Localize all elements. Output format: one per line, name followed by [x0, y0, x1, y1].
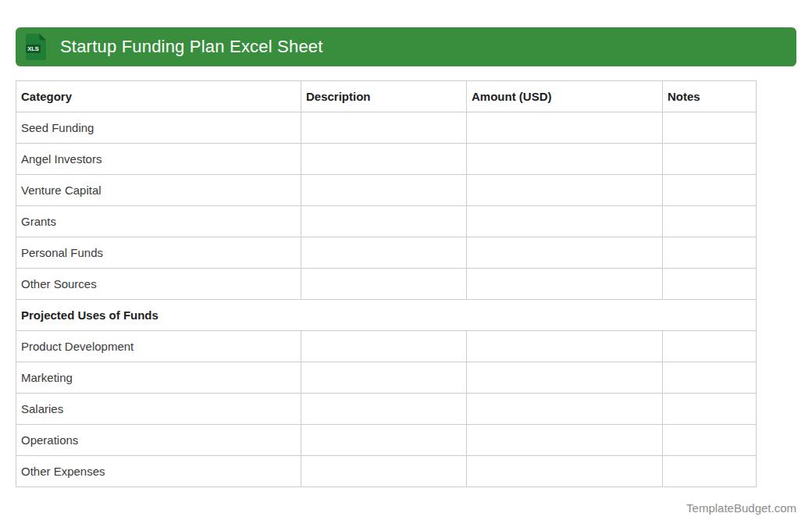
table-row: Seed Funding — [16, 112, 757, 144]
xls-file-icon: XLS — [26, 34, 47, 60]
notes-cell — [663, 331, 757, 362]
category-cell: Operations — [16, 425, 301, 456]
table-row: Angel Investors — [16, 144, 757, 175]
funding-plan-table: CategoryDescriptionAmount (USD)Notes See… — [16, 80, 757, 487]
table-row: Marketing — [16, 362, 757, 394]
category-cell: Seed Funding — [16, 112, 301, 144]
page-title: Startup Funding Plan Excel Sheet — [60, 37, 323, 57]
table-row: Salaries — [16, 394, 757, 425]
description-cell — [301, 331, 467, 362]
amount-cell — [467, 144, 663, 175]
column-header: Notes — [663, 81, 757, 112]
amount-cell — [467, 237, 663, 269]
table-row: Personal Funds — [16, 237, 757, 269]
category-cell: Personal Funds — [16, 237, 301, 269]
category-cell: Grants — [16, 206, 301, 237]
description-cell — [301, 206, 467, 237]
notes-cell — [663, 425, 757, 456]
table-row: Operations — [16, 425, 757, 456]
description-cell — [301, 144, 467, 175]
category-cell: Salaries — [16, 394, 301, 425]
description-cell — [301, 112, 467, 144]
category-cell: Marketing — [16, 362, 301, 394]
category-cell: Venture Capital — [16, 175, 301, 206]
amount-cell — [467, 112, 663, 144]
notes-cell — [663, 237, 757, 269]
description-cell — [301, 394, 467, 425]
table-row: Other Expenses — [16, 456, 757, 487]
description-cell — [301, 269, 467, 300]
table-row: Other Sources — [16, 269, 757, 300]
amount-cell — [467, 362, 663, 394]
column-header: Description — [301, 81, 467, 112]
table-body: Seed FundingAngel InvestorsVenture Capit… — [16, 112, 757, 487]
column-header: Category — [16, 81, 301, 112]
description-cell — [301, 175, 467, 206]
footer-site-text: TemplateBudget.com — [16, 501, 796, 515]
amount-cell — [467, 206, 663, 237]
column-header: Amount (USD) — [467, 81, 663, 112]
description-cell — [301, 237, 467, 269]
description-cell — [301, 425, 467, 456]
page: XLS Startup Funding Plan Excel Sheet Cat… — [0, 0, 812, 531]
notes-cell — [663, 175, 757, 206]
section-label: Projected Uses of Funds — [16, 300, 757, 331]
amount-cell — [467, 425, 663, 456]
description-cell — [301, 362, 467, 394]
notes-cell — [663, 112, 757, 144]
notes-cell — [663, 362, 757, 394]
category-cell: Other Sources — [16, 269, 301, 300]
amount-cell — [467, 456, 663, 487]
title-banner: XLS Startup Funding Plan Excel Sheet — [16, 27, 796, 66]
amount-cell — [467, 175, 663, 206]
amount-cell — [467, 394, 663, 425]
category-cell: Other Expenses — [16, 456, 301, 487]
table-header-row: CategoryDescriptionAmount (USD)Notes — [16, 81, 757, 112]
description-cell — [301, 456, 467, 487]
table-row: Grants — [16, 206, 757, 237]
notes-cell — [663, 394, 757, 425]
notes-cell — [663, 144, 757, 175]
notes-cell — [663, 269, 757, 300]
category-cell: Product Development — [16, 331, 301, 362]
category-cell: Angel Investors — [16, 144, 301, 175]
amount-cell — [467, 269, 663, 300]
notes-cell — [663, 456, 757, 487]
notes-cell — [663, 206, 757, 237]
section-row: Projected Uses of Funds — [16, 300, 757, 331]
table-row: Product Development — [16, 331, 757, 362]
xls-icon-label: XLS — [27, 45, 39, 52]
amount-cell — [467, 331, 663, 362]
table-row: Venture Capital — [16, 175, 757, 206]
